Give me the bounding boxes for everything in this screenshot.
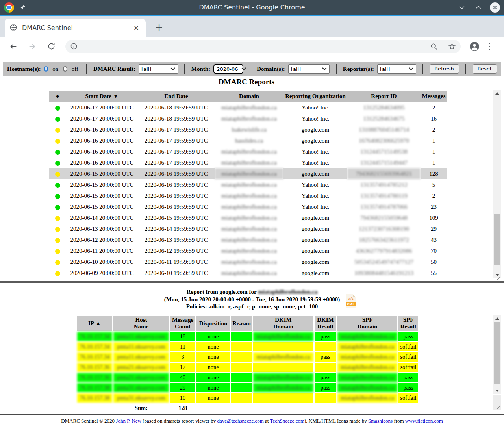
detail-reason	[231, 383, 252, 392]
detail-disposition: none	[196, 373, 230, 382]
status-dot-icon	[55, 271, 60, 276]
scrollbar-up-button[interactable]	[493, 90, 501, 96]
refresh-button[interactable]: Refresh	[430, 64, 459, 74]
reload-button[interactable]	[44, 40, 58, 53]
browser-menu-icon[interactable]	[488, 42, 491, 51]
report-status-cell	[49, 102, 66, 113]
report-row[interactable]: 2020-06-17 20:00:00 UTC 2020-06-18 19:59…	[49, 113, 447, 124]
report-row[interactable]: 2020-06-13 20:00:00 UTC 2020-06-14 19:59…	[49, 223, 447, 234]
column-spf-result[interactable]: SPF Result	[398, 316, 418, 331]
report-row[interactable]: 2020-06-16 20:00:00 UTC 2020-06-17 19:59…	[49, 146, 447, 157]
month-value: 2020-06	[217, 66, 238, 72]
xml-file-icon[interactable]: </> XML	[346, 294, 356, 308]
hostname-on-radio[interactable]	[44, 66, 48, 72]
hostname-off-radio[interactable]	[63, 66, 67, 72]
window-maximize-button[interactable]	[473, 2, 484, 13]
detail-pane-resize-grip[interactable]	[495, 404, 500, 409]
profile-avatar[interactable]	[469, 41, 480, 52]
status-dot-icon	[55, 150, 60, 155]
footer-link[interactable]: TechSneeze.com	[270, 418, 304, 423]
scrollbar-thumb[interactable]	[494, 322, 500, 384]
column-status: ●	[49, 91, 66, 102]
report-row[interactable]: 2020-06-11 20:00:00 UTC 2020-06-12 19:59…	[49, 245, 447, 256]
column-end-date[interactable]: End Date	[138, 91, 215, 102]
scrollbar-thumb[interactable]	[494, 214, 500, 265]
column-messages[interactable]: Messages	[421, 91, 447, 102]
report-row[interactable]: 2020-06-15 20:00:00 UTC 2020-06-16 19:59…	[49, 201, 447, 212]
report-status-cell	[49, 179, 66, 190]
forward-button[interactable]	[26, 40, 39, 53]
report-message-count: 55	[421, 267, 447, 278]
column-report-id[interactable]: Report ID	[347, 91, 421, 102]
report-row[interactable]: 2020-06-16 20:00:00 UTC 2020-06-17 19:59…	[49, 124, 447, 135]
report-end-date: 2020-06-18 19:59:59 UTC	[138, 102, 215, 113]
window-minimize-button[interactable]	[457, 2, 467, 13]
detail-spf-domain: miataphilbroflondon.ca	[337, 332, 397, 341]
report-row[interactable]: 2020-06-09 20:00:00 UTC 2020-06-10 19:59…	[49, 267, 447, 278]
footer-link[interactable]: Smashicons	[368, 418, 393, 423]
window-close-button[interactable]	[490, 2, 500, 13]
column-message-count[interactable]: Message Count	[170, 316, 195, 331]
dmarc-result-select[interactable]: [all]	[139, 64, 178, 74]
report-domain: miataphilbroflondon.ca	[215, 113, 284, 124]
detail-dkim-result	[315, 393, 336, 403]
back-button[interactable]	[7, 40, 20, 53]
footer-link[interactable]: dave@techsneeze.com	[217, 418, 263, 423]
report-start-date: 2020-06-15 20:00:00 UTC	[66, 190, 138, 201]
sum-empty-cell	[398, 404, 418, 410]
sum-row: Sum: 128	[77, 404, 418, 410]
detail-scrollbar[interactable]	[493, 315, 501, 394]
column-dkim-result[interactable]: DKIM Result	[315, 316, 336, 331]
column-disposition[interactable]: Disposition	[196, 316, 230, 331]
new-tab-button[interactable]: +	[153, 21, 165, 34]
report-row[interactable]: 2020-06-16 20:00:00 UTC 2020-06-17 19:59…	[49, 157, 447, 168]
detail-pane-resize-corner[interactable]	[493, 395, 501, 410]
domain-select[interactable]: [all]	[288, 64, 330, 74]
report-status-cell	[49, 146, 66, 157]
omnibox[interactable]	[65, 40, 461, 53]
scrollbar-up-button[interactable]	[493, 315, 501, 322]
report-organization: google.com	[284, 245, 347, 256]
report-status-cell	[49, 135, 66, 146]
detail-disposition: none	[196, 352, 230, 362]
footer-link[interactable]: www.flaticon.com	[405, 418, 443, 423]
zoom-out-icon[interactable]	[430, 43, 438, 50]
url-input[interactable]	[78, 43, 430, 50]
detail-spf-result: pass	[398, 373, 418, 382]
reports-scrollbar[interactable]	[493, 90, 501, 278]
column-ip[interactable]: IP ▲	[77, 316, 112, 331]
column-reason[interactable]: Reason	[231, 316, 252, 331]
column-reporting-organization[interactable]: Reporting Organization	[284, 91, 347, 102]
report-end-date: 2020-06-16 19:59:59 UTC	[138, 190, 215, 201]
tab-dmarc-sentinel[interactable]: DMARC Sentinel ×	[5, 19, 146, 37]
report-row[interactable]: 2020-06-15 20:00:00 UTC 2020-06-16 19:59…	[49, 179, 447, 190]
scrollbar-down-button[interactable]	[493, 387, 501, 394]
report-end-date: 2020-06-15 19:59:59 UTC	[138, 212, 215, 223]
report-row[interactable]: 2020-06-15 20:00:00 UTC 2020-06-16 19:59…	[49, 190, 447, 201]
detail-host-name: pmta21.nksavvy.com	[113, 363, 169, 372]
report-row[interactable]: 2020-06-17 20:00:00 UTC 2020-06-18 19:59…	[49, 102, 447, 113]
report-row[interactable]: 2020-06-15 20:00:00 UTC 2020-06-16 19:59…	[49, 168, 447, 179]
column-spf-domain[interactable]: SPF Domain	[337, 316, 397, 331]
column-domain[interactable]: Domain	[215, 91, 284, 102]
column-dkim-domain[interactable]: DKIM Domain	[253, 316, 313, 331]
reporter-select[interactable]: [all]	[377, 64, 416, 74]
tab-close-icon[interactable]: ×	[132, 24, 141, 32]
report-row[interactable]: 2020-06-16 20:00:00 UTC 2020-06-17 19:59…	[49, 135, 447, 146]
bookmark-star-icon[interactable]	[448, 43, 456, 50]
status-dot-icon	[55, 194, 60, 199]
report-row[interactable]: 2020-06-12 20:00:00 UTC 2020-06-13 19:59…	[49, 234, 447, 245]
reporter-value: [all]	[380, 66, 390, 72]
sum-empty-cell	[315, 404, 336, 410]
column-start-date[interactable]: Start Date ▼	[66, 91, 138, 102]
month-select[interactable]: 2020-06	[213, 64, 243, 74]
column-host-name[interactable]: Host Name	[113, 316, 169, 331]
detail-row: 76.10.157.36 pmta21.nksavvy.com 17 none …	[77, 363, 418, 372]
footer-link[interactable]: John P. New	[116, 418, 141, 423]
report-row[interactable]: 2020-06-10 20:00:00 UTC 2020-06-11 19:59…	[49, 256, 447, 267]
site-info-icon[interactable]	[70, 43, 78, 50]
reset-button[interactable]: Reset	[472, 64, 497, 74]
report-message-count: 50	[421, 256, 447, 267]
report-row[interactable]: 2020-06-14 20:00:00 UTC 2020-06-15 19:59…	[49, 212, 447, 223]
report-end-date: 2020-06-12 19:59:59 UTC	[138, 245, 215, 256]
